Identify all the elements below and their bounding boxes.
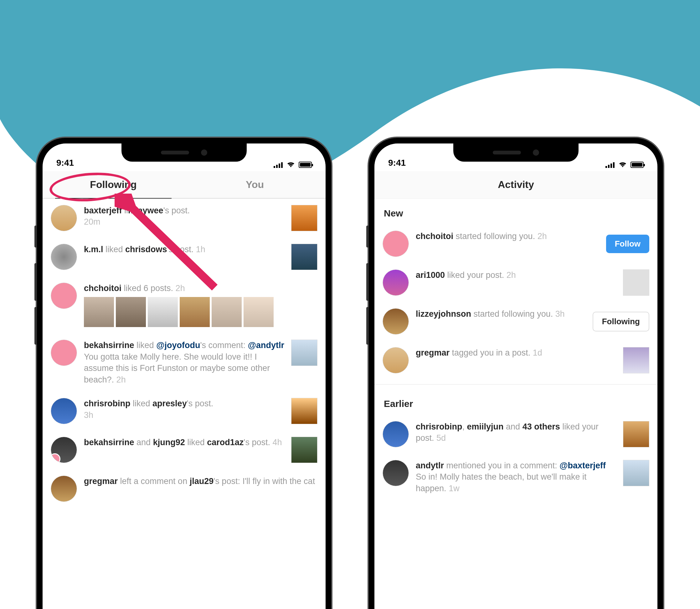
activity-text: k.m.l liked chrisdows's post. 1h (84, 244, 284, 255)
activity-row[interactable]: gregmar tagged you in a post. 1d (381, 341, 651, 380)
battery-icon (630, 162, 644, 168)
activity-row[interactable]: bekahsirrine and kjung92 liked carod1az'… (49, 431, 319, 469)
avatar[interactable] (382, 308, 409, 334)
avatar[interactable] (51, 282, 77, 309)
activity-text: chchoitoi liked 6 posts. 2h (84, 282, 318, 327)
avatar[interactable] (51, 244, 77, 270)
svg-rect-5 (606, 166, 607, 168)
activity-text: baxterjeff limiaywee's post. 20m (84, 205, 284, 228)
avatar[interactable] (382, 421, 409, 447)
post-thumbnail[interactable] (291, 398, 318, 424)
post-thumbnail[interactable] (116, 297, 146, 327)
signal-icon (274, 162, 283, 168)
avatar[interactable] (382, 347, 409, 373)
status-time: 9:41 (56, 158, 74, 168)
activity-row[interactable]: lizzeyjohnson started following you. 3h … (381, 302, 651, 341)
activity-row[interactable]: ari1000 liked your post. 2h (381, 263, 651, 302)
activity-row[interactable]: chrisrobinp liked apresley's post. 3h (49, 392, 319, 431)
avatar[interactable] (51, 475, 77, 502)
activity-row[interactable]: k.m.l liked chrisdows's post. 1h (49, 238, 319, 276)
section-divider (374, 384, 658, 385)
svg-rect-3 (281, 162, 283, 168)
section-new: New (374, 198, 658, 224)
activity-row[interactable]: chchoitoi liked 6 posts. 2h (49, 276, 319, 333)
section-earlier: Earlier (374, 389, 658, 415)
activity-text: gregmar left a comment on jlau29's post:… (84, 475, 318, 487)
post-thumbnail[interactable] (623, 421, 649, 447)
avatar[interactable] (51, 205, 77, 231)
activity-feed-new[interactable]: chchoitoi started following you. 2h Foll… (374, 224, 658, 380)
activity-tabs: Following You (42, 171, 326, 198)
post-thumbnail[interactable] (244, 297, 274, 327)
svg-rect-7 (610, 163, 612, 168)
phone-left: 9:41 Following You (37, 138, 331, 609)
activity-text: gregmar tagged you in a post. 1d (416, 347, 616, 359)
signal-icon (606, 162, 615, 168)
post-thumbnail[interactable] (623, 347, 649, 373)
post-thumbnail[interactable] (84, 297, 114, 327)
following-feed[interactable]: baxterjeff limiaywee's post. 20m k.m.l l… (42, 198, 326, 508)
tab-you[interactable]: You (184, 171, 326, 198)
post-thumbnail[interactable] (148, 297, 178, 327)
activity-row[interactable]: bekahsirrine liked @joyofodu's comment: … (49, 333, 319, 392)
post-thumbnail[interactable] (180, 297, 210, 327)
phone-right: 9:41 Activity New chchoitoi s (369, 138, 663, 609)
activity-text: chchoitoi started following you. 2h (416, 230, 599, 242)
following-button[interactable]: Following (593, 312, 649, 331)
avatar[interactable] (382, 460, 409, 486)
activity-header: Activity (374, 171, 658, 198)
activity-feed-earlier[interactable]: chrisrobinp, emiilyjun and 43 others lik… (374, 415, 658, 500)
activity-text: bekahsirrine and kjung92 liked carod1az'… (84, 437, 284, 448)
avatar[interactable] (382, 230, 409, 257)
post-thumbnail[interactable] (291, 205, 318, 231)
wifi-icon (286, 162, 295, 168)
activity-row[interactable]: gregmar left a comment on jlau29's post:… (49, 469, 319, 508)
activity-text: lizzeyjohnson started following you. 3h (416, 308, 586, 319)
post-thumbnail[interactable] (291, 437, 318, 463)
activity-row[interactable]: chrisrobinp, emiilyjun and 43 others lik… (381, 415, 651, 454)
svg-rect-2 (279, 163, 280, 168)
activity-text: chrisrobinp liked apresley's post. 3h (84, 398, 284, 421)
battery-icon (299, 162, 312, 168)
activity-row[interactable]: andytlr mentioned you in a comment: @bax… (381, 454, 651, 500)
activity-text: bekahsirrine liked @joyofodu's comment: … (84, 340, 284, 385)
activity-row[interactable]: baxterjeff limiaywee's post. 20m (49, 198, 319, 238)
svg-rect-0 (274, 166, 275, 168)
post-thumbnail[interactable] (212, 297, 242, 327)
follow-button[interactable]: Follow (606, 234, 649, 253)
activity-text: ari1000 liked your post. 2h (416, 269, 616, 281)
post-thumbnail[interactable] (623, 269, 649, 296)
avatar[interactable] (51, 398, 77, 424)
post-thumbnail[interactable] (291, 340, 318, 366)
phone-notch (122, 143, 247, 162)
activity-row[interactable]: chchoitoi started following you. 2h Foll… (381, 224, 651, 263)
phone-notch (453, 143, 578, 162)
post-thumbnail[interactable] (291, 244, 318, 270)
avatar[interactable] (51, 340, 77, 366)
avatar[interactable] (382, 269, 409, 296)
wifi-icon (618, 162, 627, 168)
svg-rect-6 (608, 165, 610, 168)
svg-rect-8 (613, 162, 614, 168)
status-time: 9:41 (388, 158, 406, 168)
activity-text: chrisrobinp, emiilyjun and 43 others lik… (416, 421, 616, 444)
activity-text: andytlr mentioned you in a comment: @bax… (416, 460, 616, 494)
avatar[interactable] (51, 437, 77, 463)
post-thumbnail[interactable] (623, 460, 649, 486)
tab-following[interactable]: Following (42, 171, 184, 198)
svg-rect-1 (276, 165, 278, 168)
thumbnail-grid (84, 297, 318, 327)
